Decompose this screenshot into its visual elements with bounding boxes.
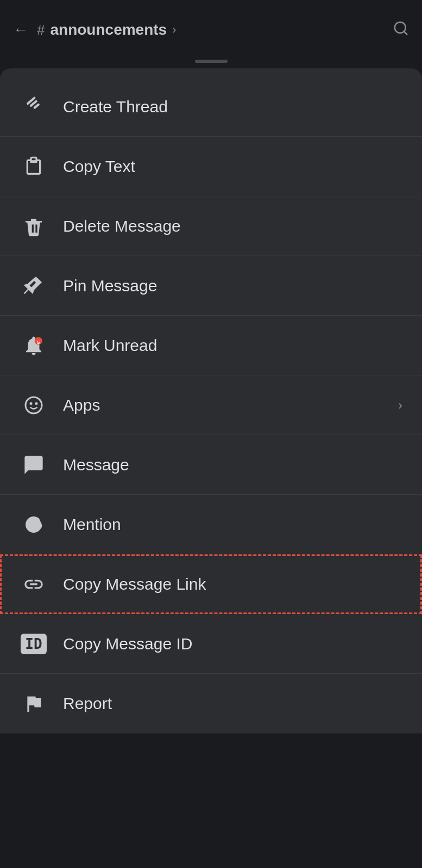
copy-text-item[interactable]: Copy Text	[0, 137, 422, 196]
channel-chevron-icon: ›	[172, 23, 176, 37]
flag-icon	[20, 690, 48, 718]
id-icon: ID	[20, 630, 48, 658]
svg-line-1	[404, 31, 407, 34]
apps-icon	[20, 391, 48, 419]
copy-message-link-label: Copy Message Link	[63, 575, 402, 593]
search-button[interactable]	[393, 20, 409, 40]
svg-point-7	[26, 397, 42, 413]
report-label: Report	[63, 694, 402, 713]
trash-icon	[20, 212, 48, 240]
back-button[interactable]: ←	[13, 21, 28, 39]
pin-icon	[20, 272, 48, 300]
svg-point-8	[30, 402, 33, 405]
drag-handle	[195, 60, 228, 63]
report-item[interactable]: Report	[0, 674, 422, 733]
message-icon	[20, 451, 48, 479]
channel-name: announcements	[50, 21, 167, 39]
mention-item[interactable]: Mention	[0, 495, 422, 554]
delete-message-label: Delete Message	[63, 217, 402, 235]
copy-message-id-item[interactable]: ID Copy Message ID	[0, 614, 422, 674]
channel-info: # announcements ›	[37, 21, 177, 39]
delete-message-item[interactable]: Delete Message	[0, 196, 422, 256]
apps-chevron-icon: ›	[398, 398, 402, 413]
hash-icon: #	[37, 22, 45, 39]
copy-message-link-item[interactable]: Copy Message Link	[0, 554, 422, 614]
mark-unread-label: Mark Unread	[63, 336, 402, 355]
mark-unread-item[interactable]: 5 Mark Unread	[0, 316, 422, 375]
context-menu: Create Thread Copy Text Delete Message P…	[0, 68, 422, 733]
create-thread-item[interactable]: Create Thread	[0, 77, 422, 137]
copy-icon	[20, 152, 48, 181]
mention-label: Mention	[63, 515, 402, 534]
create-thread-label: Create Thread	[63, 98, 402, 116]
header-left: ← # announcements ›	[13, 21, 177, 39]
header: ← # announcements ›	[0, 0, 422, 60]
bell-unread-icon: 5	[20, 331, 48, 360]
svg-text:5: 5	[37, 339, 40, 344]
thread-icon	[20, 93, 48, 121]
svg-point-9	[35, 402, 38, 405]
message-item[interactable]: Message	[0, 435, 422, 495]
pin-message-item[interactable]: Pin Message	[0, 256, 422, 316]
message-label: Message	[63, 456, 402, 474]
pin-message-label: Pin Message	[63, 277, 402, 295]
copy-message-id-label: Copy Message ID	[63, 635, 402, 653]
copy-text-label: Copy Text	[63, 157, 402, 176]
link-icon	[20, 570, 48, 598]
apps-label: Apps	[63, 396, 398, 414]
apps-item[interactable]: Apps ›	[0, 375, 422, 435]
mention-icon	[20, 510, 48, 539]
